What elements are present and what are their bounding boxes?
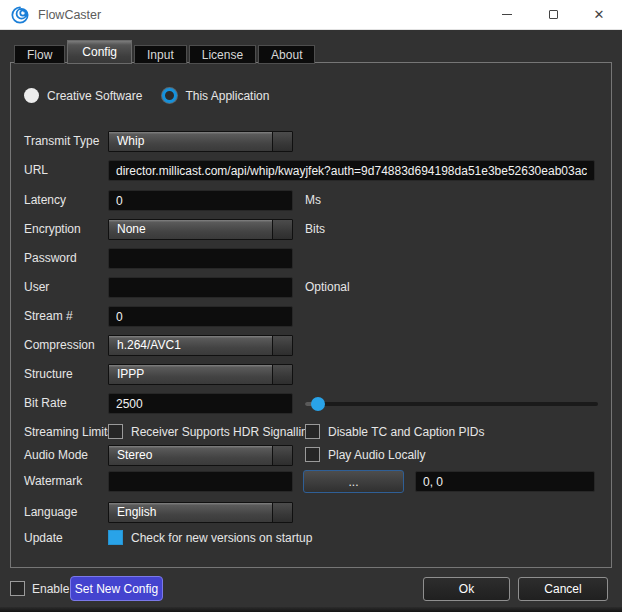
structure-label: Structure [24, 367, 73, 381]
maximize-button[interactable] [530, 0, 576, 30]
latency-unit-label: Ms [305, 193, 321, 207]
enable-label: Enable [32, 582, 69, 596]
app-logo-icon [10, 5, 30, 25]
language-dropdown[interactable]: English [108, 502, 293, 523]
language-value: English [109, 503, 272, 522]
compression-label: Compression [24, 338, 95, 352]
hdr-signalling-checkbox[interactable] [108, 424, 123, 439]
bit-rate-label: Bit Rate [24, 396, 67, 410]
tab-about[interactable]: About [258, 45, 315, 64]
watermark-browse-button[interactable]: ... [303, 470, 404, 493]
tab-license[interactable]: License [189, 45, 256, 64]
password-input[interactable] [108, 248, 293, 269]
latency-input[interactable] [108, 190, 293, 211]
encryption-value: None [109, 220, 272, 239]
watermark-label: Watermark [24, 474, 82, 488]
enable-checkbox[interactable] [10, 581, 25, 596]
language-label: Language [24, 505, 77, 519]
tab-config[interactable]: Config [67, 40, 132, 64]
minimize-icon [502, 14, 512, 15]
disable-tc-caption-label: Disable TC and Caption PIDs [328, 425, 485, 439]
user-label: User [24, 280, 49, 294]
watermark-input[interactable] [108, 471, 293, 492]
transmit-type-dropdown[interactable]: Whip [108, 131, 293, 152]
radio-this-application-label: This Application [185, 89, 269, 103]
url-input[interactable] [108, 160, 595, 181]
transmit-type-value: Whip [109, 132, 272, 151]
structure-value: IPPP [109, 365, 272, 384]
check-updates-checkbox[interactable] [108, 530, 123, 545]
window-bottom-edge [0, 607, 622, 612]
latency-label: Latency [24, 193, 66, 207]
audio-mode-dropdown[interactable]: Stereo [108, 445, 293, 466]
radio-creative-software-label: Creative Software [47, 89, 142, 103]
check-updates-label: Check for new versions on startup [131, 531, 312, 545]
maximize-icon [549, 10, 558, 19]
ok-button[interactable]: Ok [423, 577, 510, 601]
chevron-down-icon[interactable] [272, 503, 292, 522]
audio-mode-label: Audio Mode [24, 448, 88, 462]
close-icon: ✕ [594, 8, 605, 21]
compression-value: h.264/AVC1 [109, 336, 272, 355]
encryption-dropdown[interactable]: None [108, 219, 293, 240]
streaming-limits-label: Streaming Limits [24, 425, 113, 439]
encryption-label: Encryption [24, 222, 81, 236]
tab-bar: Flow Config Input License About [14, 40, 317, 64]
update-label: Update [24, 531, 63, 545]
radio-this-application[interactable] [162, 88, 177, 103]
radio-creative-software[interactable] [24, 88, 39, 103]
slider-handle[interactable] [311, 397, 325, 411]
play-audio-locally-checkbox[interactable] [305, 447, 320, 462]
audio-mode-value: Stereo [109, 446, 272, 465]
compression-dropdown[interactable]: h.264/AVC1 [108, 335, 293, 356]
minimize-button[interactable] [484, 0, 530, 30]
chevron-down-icon[interactable] [272, 336, 292, 355]
url-label: URL [24, 163, 48, 177]
tab-flow[interactable]: Flow [14, 45, 65, 64]
chevron-down-icon[interactable] [272, 220, 292, 239]
disable-tc-caption-checkbox[interactable] [305, 424, 320, 439]
tab-input[interactable]: Input [134, 45, 187, 64]
close-button[interactable]: ✕ [576, 0, 622, 30]
chevron-down-icon[interactable] [272, 132, 292, 151]
structure-dropdown[interactable]: IPPP [108, 364, 293, 385]
title-bar: FlowCaster ✕ [0, 0, 622, 30]
bit-rate-input[interactable] [108, 393, 293, 414]
play-audio-locally-label: Play Audio Locally [328, 448, 425, 462]
chevron-down-icon[interactable] [272, 446, 292, 465]
config-panel: Creative Software This Application Trans… [10, 62, 612, 568]
bit-rate-slider[interactable] [305, 393, 598, 415]
window-title: FlowCaster [38, 8, 101, 22]
slider-track[interactable] [305, 402, 598, 406]
set-new-config-button[interactable]: Set New Config [70, 576, 163, 601]
cancel-button[interactable]: Cancel [518, 577, 608, 601]
hdr-signalling-label: Receiver Supports HDR Signalling [131, 425, 314, 439]
transmit-type-label: Transmit Type [24, 134, 99, 148]
stream-number-label: Stream # [24, 309, 73, 323]
password-label: Password [24, 251, 77, 265]
watermark-position-input[interactable] [415, 471, 595, 492]
user-optional-label: Optional [305, 280, 350, 294]
user-input[interactable] [108, 277, 293, 298]
chevron-down-icon[interactable] [272, 365, 292, 384]
encryption-unit-label: Bits [305, 222, 325, 236]
stream-number-input[interactable] [108, 306, 293, 327]
